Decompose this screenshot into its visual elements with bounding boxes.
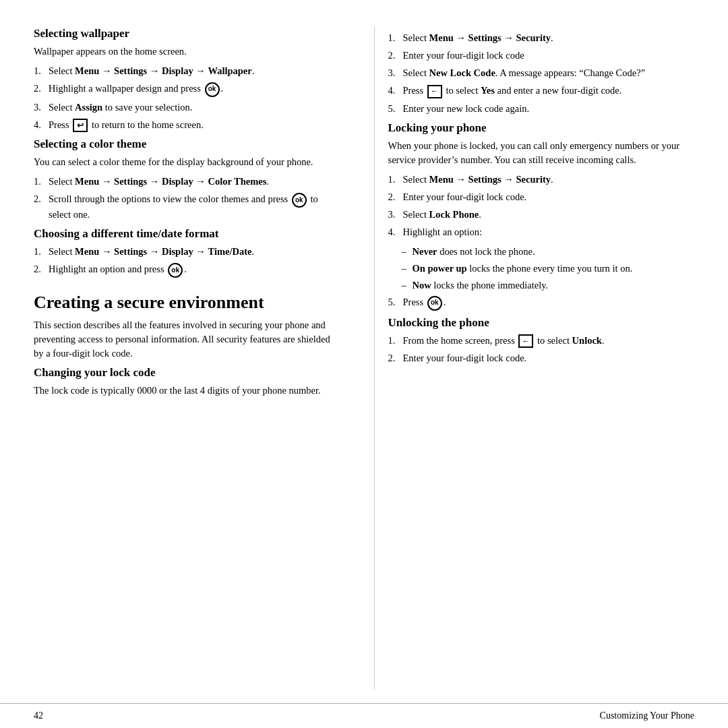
- section-locking-phone: Locking your phone When your phone is lo…: [388, 121, 695, 311]
- list-item: 3. Select New Lock Code. A message appea…: [388, 66, 695, 80]
- left-column: Selecting wallpaper Wallpaper appears on…: [34, 27, 354, 690]
- section-title-color-theme: Selecting a color theme: [34, 138, 340, 151]
- wallpaper-intro: Wallpaper appears on the home screen.: [34, 44, 340, 59]
- back-button-icon: ↩: [73, 119, 88, 132]
- list-item: 2. Scroll through the options to view th…: [34, 192, 340, 222]
- list-item: – Now locks the phone immediately.: [402, 278, 695, 293]
- list-item: 2. Enter your four-digit lock code.: [388, 190, 695, 204]
- back-button-icon: ←: [427, 85, 442, 98]
- section-title-unlocking-phone: Unlocking the phone: [388, 316, 695, 330]
- list-item: 3. Select Assign to save your selection.: [34, 100, 340, 115]
- section-title-lock-code: Changing your lock code: [34, 366, 340, 380]
- list-item: 1. From the home screen, press ← to sele…: [388, 334, 695, 348]
- lock-options-list: – Never does not lock the phone. – On po…: [402, 245, 695, 293]
- section-title-time-date: Choosing a different time/date format: [34, 227, 340, 241]
- right-column: 1. Select Menu → Settings → Security. 2.…: [374, 27, 695, 690]
- ok-button-icon: ok: [168, 263, 183, 278]
- list-item: 2. Enter your four-digit lock code: [388, 49, 695, 63]
- change-lock-steps: 1. Select Menu → Settings → Security. 2.…: [388, 31, 695, 116]
- lock-code-intro: The lock code is typically 0000 or the l…: [34, 384, 340, 398]
- secure-intro: This section describes all the features …: [34, 318, 340, 361]
- color-theme-intro: You can select a color theme for the dis…: [34, 155, 340, 169]
- list-item: 2. Highlight a wallpaper design and pres…: [34, 82, 340, 97]
- time-date-steps: 1. Select Menu → Settings → Display → Ti…: [34, 245, 340, 278]
- section-unlocking-phone: Unlocking the phone 1. From the home scr…: [388, 316, 695, 366]
- back-button-icon: ←: [518, 334, 533, 348]
- big-section-title-secure: Creating a secure environment: [34, 293, 340, 313]
- list-item: 1. Select Menu → Settings → Security.: [388, 173, 695, 187]
- section-selecting-wallpaper: Selecting wallpaper Wallpaper appears on…: [34, 27, 340, 132]
- page-number: 42: [34, 710, 43, 721]
- list-item: 4. Highlight an option:: [388, 225, 695, 239]
- list-item: 5. Press ok.: [388, 295, 695, 311]
- ok-button-icon: ok: [292, 193, 307, 208]
- page: Selecting wallpaper Wallpaper appears on…: [0, 0, 728, 728]
- ok-button-icon: ok: [427, 296, 442, 311]
- list-item: 1. Select Menu → Settings → Security.: [388, 31, 695, 45]
- locking-phone-steps: 1. Select Menu → Settings → Security. 2.…: [388, 173, 695, 239]
- section-time-date: Choosing a different time/date format 1.…: [34, 227, 340, 278]
- content-area: Selecting wallpaper Wallpaper appears on…: [0, 0, 728, 703]
- list-item: 4. Press ← to select Yes and enter a new…: [388, 84, 695, 98]
- list-item: 1. Select Menu → Settings → Display → Co…: [34, 175, 340, 189]
- list-item: 2. Enter your four-digit lock code.: [388, 351, 695, 365]
- list-item: – On power up locks the phone every time…: [402, 262, 695, 276]
- footer-right-text: Customizing Your Phone: [600, 710, 694, 721]
- section-color-theme: Selecting a color theme You can select a…: [34, 138, 340, 222]
- list-item: 5. Enter your new lock code again.: [388, 102, 695, 116]
- footer: 42 Customizing Your Phone: [0, 703, 728, 728]
- list-item: 1. Select Menu → Settings → Display → Ti…: [34, 245, 340, 259]
- list-item: 1. Select Menu → Settings → Display → Wa…: [34, 64, 340, 78]
- section-changing-lock-code: Changing your lock code The lock code is…: [34, 366, 340, 398]
- unlocking-phone-steps: 1. From the home screen, press ← to sele…: [388, 334, 695, 366]
- color-theme-steps: 1. Select Menu → Settings → Display → Co…: [34, 175, 340, 222]
- section-creating-secure: Creating a secure environment This secti…: [34, 293, 340, 398]
- list-item: 3. Select Lock Phone.: [388, 208, 695, 222]
- wallpaper-steps: 1. Select Menu → Settings → Display → Wa…: [34, 64, 340, 132]
- section-title-locking-phone: Locking your phone: [388, 121, 695, 135]
- locking-phone-step5: 5. Press ok.: [388, 295, 695, 311]
- section-title-wallpaper: Selecting wallpaper: [34, 27, 340, 40]
- list-item: – Never does not lock the phone.: [402, 245, 695, 259]
- list-item: 2. Highlight an option and press ok.: [34, 262, 340, 278]
- list-item: 4. Press ↩ to return to the home screen.: [34, 118, 340, 133]
- ok-button-icon: ok: [205, 82, 220, 97]
- locking-phone-intro: When your phone is locked, you can call …: [388, 139, 695, 167]
